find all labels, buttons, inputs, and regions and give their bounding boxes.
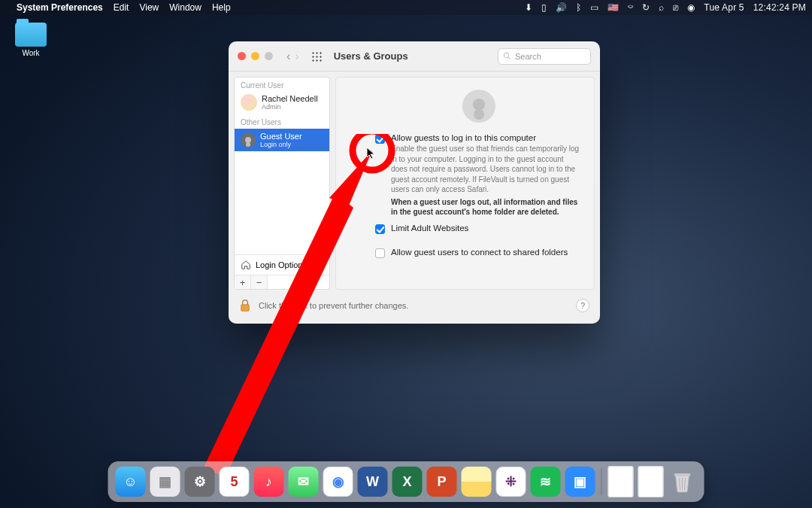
battery-icon[interactable]: ▯ xyxy=(541,2,547,13)
menu-bar: System Preferences Edit View Window Help… xyxy=(0,0,812,15)
forward-button[interactable]: › xyxy=(295,50,298,63)
menu-help[interactable]: Help xyxy=(212,2,231,13)
dock-app-word[interactable]: W xyxy=(358,467,388,497)
limit-adult-option: Limit Adult Websites xyxy=(375,224,582,234)
menu-window[interactable]: Window xyxy=(169,2,201,13)
dock-app-excel[interactable]: X xyxy=(392,467,423,497)
current-user-name: Rachel Needell xyxy=(262,94,318,103)
menu-view[interactable]: View xyxy=(139,2,159,13)
avatar-icon xyxy=(241,94,257,111)
guest-user-row[interactable]: Guest User Login only xyxy=(235,129,329,151)
nav-buttons: ‹ › xyxy=(286,50,299,63)
svg-line-1 xyxy=(508,57,511,59)
lock-icon[interactable] xyxy=(239,298,251,313)
search-icon xyxy=(503,52,511,60)
help-button[interactable]: ? xyxy=(576,299,589,312)
guest-avatar-icon[interactable] xyxy=(462,90,495,123)
limit-adult-label: Limit Adult Websites xyxy=(391,224,468,233)
folder-label: Work xyxy=(11,49,51,57)
shared-folders-label: Allow guest users to connect to shared f… xyxy=(391,248,568,257)
menu-edit[interactable]: Edit xyxy=(114,2,129,13)
dock-separator xyxy=(601,468,602,495)
wifi-icon[interactable]: ⌔ xyxy=(628,2,633,13)
cursor-icon xyxy=(367,148,376,160)
trash-icon[interactable] xyxy=(668,467,697,497)
dock-app-spotify[interactable]: ≋ xyxy=(531,467,561,497)
dock-app-slack[interactable]: ⁜ xyxy=(496,467,526,497)
dropbox-icon[interactable]: ⬇ xyxy=(525,2,532,13)
dock: ☺▦⚙5♪✉◉WXP⁜≋▣ xyxy=(108,461,704,502)
dock-app-notes[interactable] xyxy=(462,467,492,497)
window-titlebar[interactable]: ‹ › Users & Groups Search xyxy=(229,41,600,71)
allow-guests-label: Allow guests to log in to this computer xyxy=(391,133,582,142)
minimize-button[interactable] xyxy=(251,52,259,60)
lock-row: Click the lock to prevent further change… xyxy=(229,295,600,324)
window-title: Users & Groups xyxy=(334,50,408,62)
add-user-button[interactable]: + xyxy=(235,275,251,289)
clock-alt-icon[interactable]: ↻ xyxy=(642,2,650,13)
dock-app-powerpoint[interactable]: P xyxy=(427,467,457,497)
close-button[interactable] xyxy=(238,52,246,60)
users-sidebar: Current User Rachel Needell Admin Other … xyxy=(234,77,330,290)
bluetooth-icon[interactable]: ᛒ xyxy=(576,2,581,13)
flag-icon[interactable]: 🇺🇸 xyxy=(607,2,619,13)
remove-user-button[interactable]: − xyxy=(251,275,268,289)
allow-guests-warning: When a guest user logs out, all informat… xyxy=(391,197,582,217)
back-button[interactable]: ‹ xyxy=(286,50,290,63)
zoom-button[interactable] xyxy=(265,52,273,60)
guest-user-name: Guest User xyxy=(260,132,302,141)
allow-guests-option: Allow guests to log in to this computer … xyxy=(375,133,582,217)
control-center-icon[interactable]: ⎚ xyxy=(673,2,678,13)
guest-user-detail: Allow guests to log in to this computer … xyxy=(335,77,595,290)
traffic-lights xyxy=(238,52,273,60)
avatar-icon xyxy=(241,132,256,148)
other-users-header: Other Users xyxy=(235,114,329,129)
menu-time[interactable]: 12:42:24 PM xyxy=(753,2,806,13)
dock-app-music[interactable]: ♪ xyxy=(254,467,284,497)
dock-app-calendar[interactable]: 5 xyxy=(220,467,250,497)
dock-document-1[interactable] xyxy=(608,466,634,497)
allow-guests-checkbox[interactable] xyxy=(375,134,385,144)
search-placeholder: Search xyxy=(515,52,541,61)
show-all-icon[interactable] xyxy=(311,51,322,62)
lock-hint-text: Click the lock to prevent further change… xyxy=(259,301,408,310)
current-user-header: Current User xyxy=(235,78,329,92)
guest-user-role: Login only xyxy=(260,141,302,148)
desktop-folder-work[interactable]: Work xyxy=(11,23,51,57)
dock-app-finder[interactable]: ☺ xyxy=(116,467,146,497)
dock-app-zoom[interactable]: ▣ xyxy=(565,467,595,497)
dock-app-chrome[interactable]: ◉ xyxy=(323,467,353,497)
svg-rect-2 xyxy=(241,305,250,312)
current-user-row[interactable]: Rachel Needell Admin xyxy=(235,92,329,114)
battery-status-icon[interactable]: ▭ xyxy=(590,2,598,13)
svg-point-0 xyxy=(504,53,508,57)
spotlight-icon[interactable]: ⌕ xyxy=(659,2,664,13)
shared-folders-option: Allow guest users to connect to shared f… xyxy=(375,248,582,258)
search-field[interactable]: Search xyxy=(498,48,591,65)
volume-icon[interactable]: 🔊 xyxy=(556,2,567,13)
menu-date[interactable]: Tue Apr 5 xyxy=(704,2,744,13)
dock-document-2[interactable] xyxy=(638,466,664,497)
dock-app-system-preferences[interactable]: ⚙ xyxy=(185,467,215,497)
shared-folders-checkbox[interactable] xyxy=(375,248,385,258)
preferences-window: ‹ › Users & Groups Search Current User R… xyxy=(229,41,600,324)
add-remove-bar: + − xyxy=(235,275,329,289)
siri-icon[interactable]: ◉ xyxy=(687,2,695,13)
dock-app-messages[interactable]: ✉ xyxy=(289,467,319,497)
allow-guests-description: Enable the guest user so that friends ca… xyxy=(391,144,582,195)
login-options-label: Login Options xyxy=(256,260,307,269)
folder-icon xyxy=(15,23,47,47)
active-app-name[interactable]: System Preferences xyxy=(17,2,103,13)
login-options-button[interactable]: Login Options xyxy=(235,254,329,275)
home-icon xyxy=(241,260,251,270)
dock-app-launchpad[interactable]: ▦ xyxy=(150,467,180,497)
current-user-role: Admin xyxy=(262,103,318,111)
svg-rect-6 xyxy=(674,473,691,476)
limit-adult-checkbox[interactable] xyxy=(375,224,385,234)
